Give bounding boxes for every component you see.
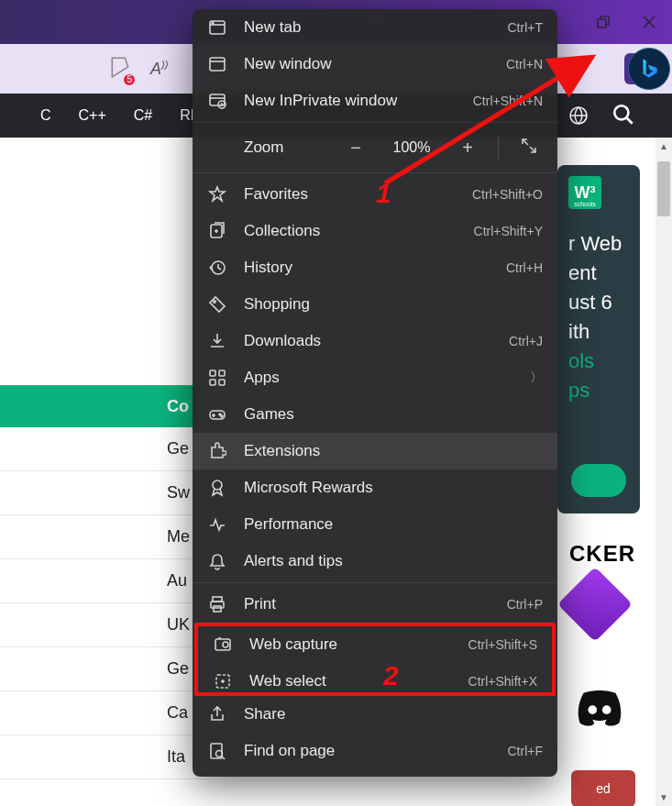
zoom-out-button[interactable]: − [342, 138, 369, 159]
fullscreen-button[interactable] [515, 138, 543, 159]
menu-collections[interactable]: Collections Ctrl+Shift+Y [193, 213, 557, 249]
menu-print[interactable]: Print Ctrl+P [193, 586, 557, 623]
globe-icon[interactable] [567, 105, 589, 130]
menu-new-tab[interactable]: New tab Ctrl+T [193, 9, 557, 46]
annotation-highlight-box: Web capture Ctrl+Shift+S Web select Ctrl… [194, 623, 556, 696]
scroll-up-arrow[interactable]: ▲ [658, 141, 669, 151]
maximize-button[interactable] [580, 0, 626, 44]
menu-label: Downloads [244, 332, 492, 350]
menu-separator [193, 582, 557, 583]
nav-item[interactable]: C [40, 107, 51, 124]
menu-new-window[interactable]: New window Ctrl+N [193, 46, 557, 83]
sidebar-ad[interactable]: W³schools r Webentust 6 itholsps [557, 165, 640, 513]
menu-favorites[interactable]: Favorites Ctrl+Shift+O [193, 176, 557, 213]
scrollbar-thumb[interactable] [657, 161, 670, 216]
menu-label: New window [244, 55, 490, 73]
menu-label: Shopping [244, 295, 543, 314]
performance-icon [207, 514, 227, 535]
table-row[interactable]: Ge [0, 427, 211, 471]
menu-downloads[interactable]: Downloads Ctrl+J [193, 323, 557, 359]
settings-and-more-menu: New tab Ctrl+T New window Ctrl+N New InP… [193, 9, 557, 777]
close-button[interactable] [626, 0, 672, 44]
menu-shortcut: Ctrl+T [508, 20, 544, 35]
svg-point-25 [223, 642, 228, 647]
menu-label: New tab [244, 18, 491, 37]
chevron-right-icon: 〉 [530, 370, 543, 386]
svg-point-19 [221, 415, 223, 417]
svg-rect-13 [210, 370, 215, 376]
favorites-icon [207, 184, 227, 204]
menu-history[interactable]: History Ctrl+H [193, 249, 557, 286]
menu-apps[interactable]: Apps 〉 [193, 359, 557, 396]
annotation-label-2: 2 [383, 660, 399, 691]
badge-count: 5 [124, 74, 135, 85]
menu-label: History [244, 259, 490, 277]
vertical-scrollbar[interactable]: ▲ ▼ [655, 138, 672, 806]
zoom-in-button[interactable]: + [454, 138, 481, 159]
svg-point-3 [588, 705, 597, 714]
read-aloud-icon[interactable]: A)) [150, 59, 168, 79]
table-row[interactable]: Au [0, 559, 211, 603]
svg-rect-7 [210, 58, 225, 71]
nav-item[interactable]: C# [134, 107, 152, 124]
menu-shortcut: Ctrl+Shift+Y [474, 224, 543, 238]
new-window-icon [207, 54, 227, 74]
ad-text: r Webentust 6 itholsps [568, 229, 629, 405]
ad-cta-button[interactable] [571, 464, 626, 497]
menu-shopping[interactable]: Shopping [193, 286, 557, 323]
menu-label: Web select [249, 672, 452, 690]
menu-extensions[interactable]: Extensions [193, 433, 557, 469]
menu-label: Games [244, 405, 543, 424]
print-icon [207, 594, 227, 614]
menu-games[interactable]: Games [193, 396, 557, 433]
menu-shortcut: Ctrl+P [507, 597, 543, 612]
search-icon[interactable] [611, 103, 635, 130]
svg-rect-16 [219, 380, 225, 385]
collections-icon [207, 221, 227, 241]
table-row[interactable]: Me [0, 515, 211, 559]
zoom-label: Zoom [244, 138, 299, 157]
rewards-icon [207, 478, 227, 498]
svg-rect-23 [214, 606, 221, 612]
menu-web-select[interactable]: Web select Ctrl+Shift+X [198, 663, 552, 700]
divider [498, 136, 499, 160]
svg-point-18 [219, 414, 221, 415]
svg-rect-0 [598, 19, 606, 28]
scroll-down-arrow[interactable]: ▼ [658, 792, 669, 802]
svg-point-2 [614, 105, 628, 119]
table-row[interactable]: Ge [0, 647, 211, 691]
menu-shortcut: Ctrl+F [508, 744, 544, 758]
menu-rewards[interactable]: Microsoft Rewards [193, 469, 557, 506]
spacer-icon [207, 138, 227, 158]
menu-shortcut: Ctrl+H [506, 260, 543, 275]
discord-icon[interactable] [573, 688, 626, 728]
table-row[interactable]: Sw [0, 471, 211, 515]
collections-shortcut-icon[interactable]: 5 [108, 55, 132, 83]
table-row[interactable]: Ca [0, 691, 211, 735]
menu-shortcut: Ctrl+J [509, 334, 543, 348]
menu-performance[interactable]: Performance [193, 506, 557, 543]
menu-web-capture[interactable]: Web capture Ctrl+Shift+S [198, 626, 552, 663]
annotation-label-1: 1 [376, 178, 391, 209]
menu-new-inprivate[interactable]: New InPrivate window Ctrl+Shift+N [193, 83, 557, 119]
nav-item[interactable]: C++ [79, 107, 106, 124]
table-row[interactable]: Ita [0, 735, 211, 779]
menu-zoom-row: Zoom − 100% + [193, 126, 557, 170]
heading-fragment: CKER [569, 541, 635, 567]
menu-share[interactable]: Share [193, 696, 557, 733]
red-button-fragment[interactable]: ed [571, 770, 635, 806]
table-row[interactable]: UK [0, 603, 211, 647]
menu-find[interactable]: Find on page Ctrl+F [193, 733, 557, 769]
new-tab-icon [207, 17, 227, 38]
menu-alerts[interactable]: Alerts and tips [193, 543, 557, 580]
svg-point-4 [602, 705, 611, 714]
menu-label: Microsoft Rewards [244, 479, 543, 497]
menu-label: Favorites [244, 185, 456, 204]
menu-label: Share [244, 705, 543, 723]
zoom-value: 100% [386, 139, 437, 156]
menu-shortcut: Ctrl+N [506, 57, 543, 72]
menu-label: Print [244, 595, 490, 613]
bing-chat-button[interactable] [628, 48, 670, 90]
svg-rect-15 [210, 380, 215, 385]
menu-shortcut: Ctrl+Shift+X [468, 674, 537, 689]
